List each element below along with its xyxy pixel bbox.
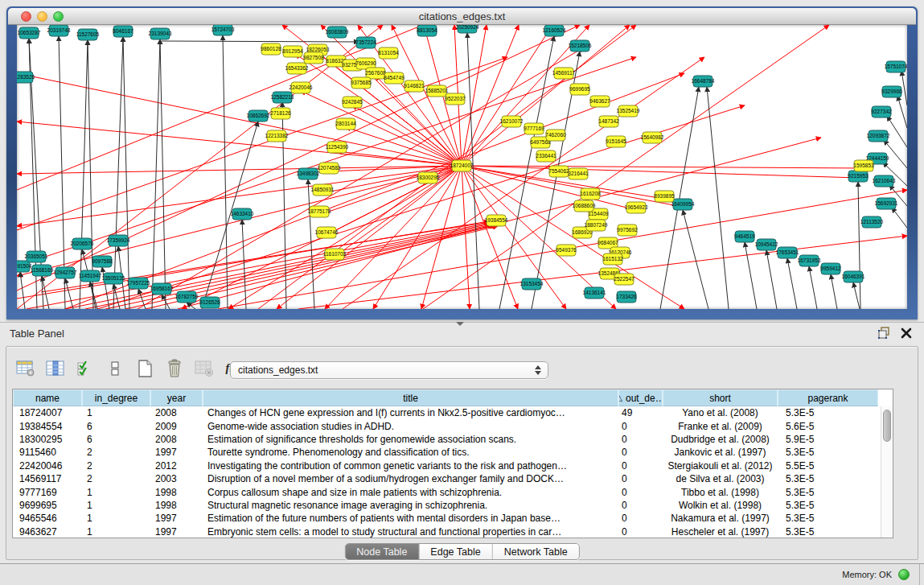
cell-out_de[interactable]: 0 [618,526,663,538]
graph-node[interactable]: 9463627 [589,96,610,107]
graph-node[interactable]: 9827508 [303,52,324,64]
delete-column-button[interactable] [163,357,186,380]
graph-node[interactable]: 12213382 [265,130,289,142]
table-select-dropdown[interactable]: citations_edges.txt [230,361,548,379]
graph-node[interactable]: 9522037 [445,93,466,105]
graph-node[interactable]: 2336441 [536,150,556,162]
graph-node[interactable]: 9215953 [848,171,869,182]
cell-out_de[interactable]: 0 [618,421,663,432]
cell-name[interactable]: 18300295 [13,434,82,445]
graph-node[interactable]: 7554062 [548,166,569,177]
graph-node[interactable]: 9242845 [342,97,363,108]
float-panel-button[interactable] [877,327,892,340]
graph-node[interactable]: 23139043 [149,28,172,39]
graph-node[interactable]: 10674746 [315,227,339,238]
table-row[interactable]: 1830029562008Estimation of significance … [13,433,881,446]
graph-node[interactable]: 14569117 [552,68,576,79]
graph-node[interactable]: 12942757 [54,267,77,278]
graph-node[interactable]: 1595853 [853,160,874,171]
cell-out_de[interactable]: 0 [618,500,663,511]
cell-in_degree[interactable]: 1 [82,500,150,511]
cell-out_de[interactable]: 0 [618,447,663,458]
memory-ok-indicator[interactable] [898,569,910,580]
graph-node[interactable]: 9375685 [351,77,372,89]
cell-year[interactable]: 2009 [150,421,203,432]
table-options-button[interactable] [14,357,37,380]
graph-node[interactable]: 10653287 [18,27,41,39]
cell-year[interactable]: 1998 [150,500,203,511]
cell-in_degree[interactable]: 2 [82,473,150,484]
cell-name[interactable]: 9463627 [13,526,82,538]
graph-node[interactable]: 9464519 [734,231,755,242]
cell-pagerank[interactable]: 5.3E-5 [778,447,878,458]
cell-year[interactable]: 1997 [150,513,203,524]
graph-node[interactable]: 16782759 [175,291,199,303]
graph-node[interactable]: 19384554 [485,215,508,226]
graph-node[interactable]: 22420046 [290,82,313,93]
graph-node[interactable]: 15724703 [211,25,235,35]
graph-node[interactable]: 16083809 [326,27,349,38]
graph-node[interactable]: 15218506 [569,40,592,51]
graph-node[interactable]: 9329966 [881,86,902,97]
scrollbar-thumb[interactable] [883,410,891,442]
column-header-in_degree[interactable]: in_degree [82,389,150,406]
cell-year[interactable]: 2008 [150,434,203,445]
cell-name[interactable]: 22420046 [13,460,82,472]
delete-table-button-disabled[interactable] [193,357,216,380]
cell-pagerank[interactable]: 5.3E-5 [778,407,878,418]
graph-node[interactable]: 11527605 [76,29,100,40]
graph-node[interactable]: 17653451 [776,247,799,258]
cell-name[interactable]: 9699695 [13,500,82,511]
graph-node[interactable]: 7462060 [545,130,566,141]
graph-node[interactable]: 15640982 [641,132,664,143]
graph-node[interactable]: 8131054 [378,47,399,59]
column-header-title[interactable]: title [203,389,618,406]
cell-year[interactable]: 1997 [150,447,203,458]
cell-title[interactable]: Investigating the contribution of common… [203,460,618,472]
graph-node[interactable]: 20206576 [71,238,94,249]
tab-network-table[interactable]: Network Table [493,544,579,559]
graph-node[interactable]: 11610703 [323,249,347,260]
cell-title[interactable]: Structural magnetic resonance image aver… [203,500,618,511]
cell-short[interactable]: Hescheler et al. (1997) [663,526,778,538]
cell-title[interactable]: Changes of HCN gene expression and I(f) … [203,407,618,418]
cell-name[interactable]: 14569117 [13,473,82,484]
cell-in_degree[interactable]: 1 [82,526,150,538]
table-vertical-scrollbar[interactable] [881,406,893,538]
cell-name[interactable]: 18724007 [13,407,82,418]
window-titlebar[interactable]: citations_edges.txt [8,8,916,25]
graph-node[interactable]: 9126526 [199,297,220,308]
cell-pagerank[interactable]: 5.3E-5 [778,487,878,498]
graph-node[interactable]: 20319748 [47,25,71,36]
cell-out_de[interactable]: 49 [618,407,663,418]
graph-node[interactable]: 20250924 [456,25,479,33]
graph-node[interactable]: 8046167 [113,26,133,37]
cell-pagerank[interactable]: 5.3E-5 [778,473,878,484]
new-column-button[interactable] [133,357,156,380]
cell-pagerank[interactable]: 5.3E-5 [778,513,878,524]
table-row[interactable]: 2242004622012Investigating the contribut… [13,459,881,472]
table-body[interactable]: 1872400712008Changes of HCN gene express… [13,406,881,538]
graph-node[interactable]: 15751074 [885,61,907,72]
cell-pagerank[interactable]: 5.3E-5 [778,526,878,538]
cell-in_degree[interactable]: 1 [82,407,150,418]
row-height-button[interactable] [104,357,126,380]
cell-title[interactable]: Embryonic stem cells: a model to study s… [203,526,618,538]
graph-node[interactable]: 11254390 [326,142,349,153]
cell-title[interactable]: Estimation of significance thresholds fo… [203,434,618,445]
cell-short[interactable]: Wolkin et al. (1998) [663,500,778,511]
table-row[interactable]: 946554611997Estimation of the future num… [13,512,881,525]
graph-node[interactable]: 15692931 [875,198,898,209]
table-row[interactable]: 977716911998Corpus callosum shape and si… [13,485,881,498]
graph-node[interactable]: 8939895 [654,191,675,202]
graph-node[interactable]: 1616208 [580,188,601,200]
graph-node[interactable]: 14136141 [583,287,606,299]
graph-node[interactable]: 7357224 [355,37,376,48]
cell-out_de[interactable]: 0 [618,513,663,524]
show-column-button[interactable] [44,357,67,380]
cell-title[interactable]: Corpus callosum shape and size in male p… [203,487,618,498]
graph-node[interactable]: 9097588 [92,256,113,267]
graph-node[interactable]: 9227342 [871,106,892,117]
graph-node[interactable]: 12582218 [271,92,294,103]
cell-name[interactable]: 9465546 [13,513,82,524]
